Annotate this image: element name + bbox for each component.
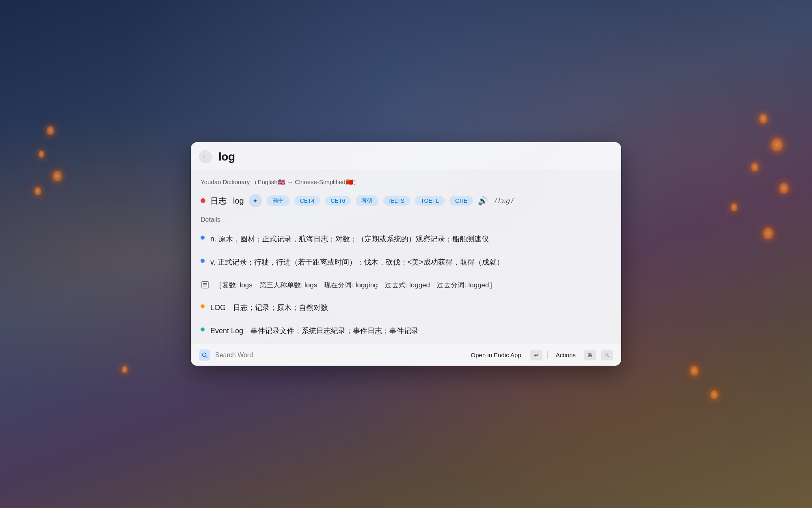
tag-toefl[interactable]: TOEFL xyxy=(415,196,445,206)
lantern-6 xyxy=(771,138,783,151)
tag-cet6[interactable]: CET6 xyxy=(325,196,351,206)
definition-list: n. 原木，圆材；正式记录，航海日志；对数；（定期或系统的）观察记录；船舶测速仪… xyxy=(201,226,611,344)
star-button[interactable]: ✦ xyxy=(249,194,262,207)
k-icon: K xyxy=(601,350,613,360)
open-eudic-button[interactable]: Open in Eudic App xyxy=(467,349,525,361)
dict-source-name: Youdao Dictionary xyxy=(201,178,250,185)
word-chinese: 日志 xyxy=(210,195,227,206)
tag-cet4[interactable]: CET4 xyxy=(294,196,320,206)
dict-source-desc: （English🇺🇸 → Chinese-Simplified🇨🇳） xyxy=(251,178,359,185)
speaker-button[interactable]: 🔊 xyxy=(478,196,488,206)
tag-gre[interactable]: GRE xyxy=(449,196,473,206)
lantern-3 xyxy=(53,171,62,181)
svg-line-5 xyxy=(206,356,207,358)
lantern-12 xyxy=(690,366,698,376)
window-title: log xyxy=(218,150,235,163)
dictionary-window: ← log Youdao Dictionary （English🇺🇸 → Chi… xyxy=(191,142,621,366)
lantern-4 xyxy=(35,187,41,195)
def-text-forms: ［复数: logs 第三人称单数: logs 现在分词: logging 过去式… xyxy=(215,279,496,290)
speaker-icon: 🔊 xyxy=(478,196,488,205)
dict-source: Youdao Dictionary （English🇺🇸 → Chinese-S… xyxy=(201,170,611,190)
def-item-phrase: Event Log 事件记录文件；系统日志纪录；事件日志；事件记录 xyxy=(201,319,611,342)
word-status-dot xyxy=(201,198,205,203)
def-item-abbr: LOG 日志；记录；原木；自然对数 xyxy=(201,296,611,319)
star-icon: ✦ xyxy=(253,197,258,204)
lantern-10 xyxy=(763,228,773,239)
lantern-11 xyxy=(122,366,127,373)
def-bullet-noun xyxy=(201,236,205,240)
def-item-noun: n. 原木，圆材；正式记录，航海日志；对数；（定期或系统的）观察记录；船舶测速仪 xyxy=(201,228,611,251)
back-button[interactable]: ← xyxy=(199,150,212,163)
def-text-noun: n. 原木，圆材；正式记录，航海日志；对数；（定期或系统的）观察记录；船舶测速仪 xyxy=(210,233,611,245)
lantern-9 xyxy=(731,203,737,211)
window-footer: Open in Eudic App ↵ Actions ⌘ K xyxy=(191,344,621,366)
lantern-8 xyxy=(780,183,788,193)
search-input[interactable] xyxy=(215,352,462,359)
window-content: Youdao Dictionary （English🇺🇸 → Chinese-S… xyxy=(191,170,621,344)
def-text-abbr: LOG 日志；记录；原木；自然对数 xyxy=(210,302,611,314)
def-bullet-abbr xyxy=(201,304,205,308)
back-arrow-icon: ← xyxy=(202,154,209,160)
window-header: ← log xyxy=(191,142,621,170)
tag-ielts[interactable]: IELTS xyxy=(383,196,410,206)
actions-button[interactable]: Actions xyxy=(553,349,579,361)
cmd-icon: ⌘ xyxy=(584,350,596,360)
lantern-7 xyxy=(751,163,758,172)
lantern-1 xyxy=(47,126,54,135)
word-header-row: 日志 log ✦ 高中 CET4 CET6 考研 IELTS TOEFL GRE… xyxy=(201,190,611,213)
def-text-phrase: Event Log 事件记录文件；系统日志纪录；事件日志；事件记录 xyxy=(210,325,611,336)
phonetic: / lɔːɡ / xyxy=(495,197,513,204)
enter-icon: ↵ xyxy=(530,350,542,360)
tag-gaoji[interactable]: 高中 xyxy=(267,195,289,206)
lantern-2 xyxy=(39,150,44,158)
def-bullet-verb xyxy=(201,259,205,263)
def-item-forms: ［复数: logs 第三人称单数: logs 现在分词: logging 过去式… xyxy=(201,274,611,296)
def-bullet-phrase xyxy=(201,327,205,331)
search-icon-wrap xyxy=(199,350,210,361)
def-item-verb: v. 正式记录；行驶，行进（若干距离或时间）；伐木，砍伐；<美>成功获得，取得（… xyxy=(201,251,611,274)
forms-icon xyxy=(201,280,209,289)
def-text-verb: v. 正式记录；行驶，行进（若干距离或时间）；伐木，砍伐；<美>成功获得，取得（… xyxy=(210,256,611,268)
lantern-13 xyxy=(710,390,718,399)
footer-divider xyxy=(547,351,548,359)
word-english: log xyxy=(233,196,244,205)
tag-kaoyan[interactable]: 考研 xyxy=(356,195,378,206)
lantern-5 xyxy=(759,114,767,124)
details-label: Details xyxy=(201,213,611,226)
search-icon xyxy=(201,352,208,358)
